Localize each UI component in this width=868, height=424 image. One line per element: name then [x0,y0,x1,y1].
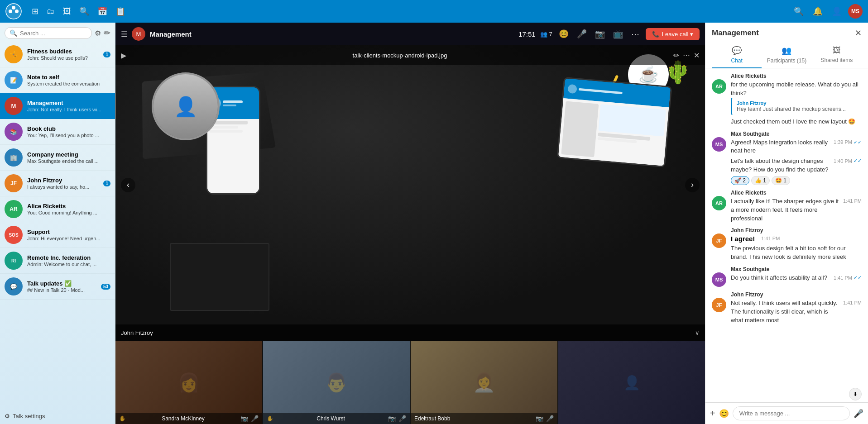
hamburger-icon[interactable]: ☰ [121,30,127,38]
speaker-mic-icon-chris[interactable]: 🎤 [398,415,406,422]
msg-row-alice-2: I actually like it! The sharper edges gi… [731,197,862,223]
speaker-name-chris: Chris Wurst [317,415,345,422]
reaction-starstruck[interactable]: 🤩 1 [772,176,790,185]
active-speaker-name: John Fitzroy [121,329,153,336]
leave-call-label: Leave call ▾ [662,31,693,38]
tab-participants[interactable]: 👥 Participants (15) [762,42,811,68]
empty-tile-icon: 👤 [623,375,640,391]
speaker-hand-icon-chris: ✋ [267,415,273,422]
top-nav-icons: ⊞ 🗂 🖼 🔍 📅 📋 [29,4,791,19]
msg-row-max-3: Do you think it affects usability at all… [731,274,862,282]
tablet-mockup [557,77,672,167]
conv-avatar-john: JF [5,174,23,192]
msg-row-max-2: Let's talk about the design changes mayb… [731,157,862,174]
chat-messages: AR Alice Ricketts for the upcoming mobil… [705,68,868,388]
checkmark-icon: ✓✓ [854,139,862,145]
voice-message-icon[interactable]: 🎤 [854,409,863,419]
msg-text-john-3: Not really. I think users will adapt qui… [731,299,840,325]
photos-icon[interactable]: 🖼 [60,4,74,19]
chat-input-area: + 😊 🎤 [705,402,868,424]
contacts-icon[interactable]: 👤 [829,4,844,19]
conversation-item-talk-updates[interactable]: 💬 Talk updates ✅ ## New in Talk 20 - Mod… [0,274,115,300]
msg-text-john-2: The previous design felt a bit too soft … [731,244,862,262]
search-global-icon[interactable]: 🔍 [791,4,806,19]
msg-time-max-2: 1:40 PM ✓✓ [834,158,862,164]
top-navigation: ⊞ 🗂 🖼 🔍 📅 📋 🔍 🔔 👤 MS [0,0,868,23]
dashboard-icon[interactable]: ⊞ [29,4,41,19]
checkmark-icon-2: ✓✓ [854,158,862,164]
conv-preview-support: John: Hi everyone! Need urgen... [27,236,110,241]
speaker-camera-icon-chris[interactable]: 📷 [388,415,396,422]
conv-preview-management: John: Not really. I think users wi... [27,107,110,112]
msg-row-john-3: Not really. I think users will adapt qui… [731,299,862,325]
app-logo[interactable] [5,3,22,19]
conv-name-company: Company meeting [27,151,110,158]
conversation-item-management[interactable]: M Management John: Not really. I think u… [0,93,115,119]
notifications-icon[interactable]: 🔔 [810,4,825,19]
msg-sender-alice-1: Alice Ricketts [731,73,862,79]
conv-preview-alice: You: Good morning! Anything ... [27,210,110,215]
speaker-camera-icon-edeltraut[interactable]: 📷 [536,415,543,422]
top-nav-right: 🔍 🔔 👤 MS [791,4,863,19]
conversation-item-john-fitzroy[interactable]: JF John Fitzroy I always wanted to say, … [0,171,115,196]
microphone-icon[interactable]: 🎤 [575,27,589,41]
conv-avatar-book-club: 📚 [5,123,23,141]
close-preview-icon[interactable]: ✕ [694,51,700,60]
conversation-item-note-self[interactable]: 📝 Note to self System created the conver… [0,67,115,93]
filter-icon[interactable]: ⚙ [95,29,101,38]
edit-preview-icon[interactable]: ✏ [673,51,679,60]
conversation-item-fitness-buddies[interactable]: 🤸 Fitness buddies John: Should we use po… [0,42,115,67]
tab-chat[interactable]: 💬 Chat [712,42,762,68]
speaker-mic-icon-edeltraut[interactable]: 🎤 [546,415,554,422]
conversation-item-support[interactable]: SOS Support John: Hi everyone! Need urge… [0,222,115,248]
leave-call-button[interactable]: 📞 Leave call ▾ [646,28,700,40]
scroll-down-button[interactable]: ⬇ [849,388,862,400]
empty-tile-bg: 👤 [558,341,705,424]
speaker-mic-icon-sandra[interactable]: 🎤 [251,415,259,422]
participants-tab-label: Participants (15) [767,57,806,64]
conv-info-company: Company meeting Max Southgate ended the … [27,151,110,164]
search-input[interactable] [20,30,87,37]
message-input[interactable] [733,406,850,420]
emoji-input-icon[interactable]: 😊 [719,409,729,419]
tab-shared-items[interactable]: 🖼 Shared items [812,42,862,68]
msg-content-john-2: John Fitzroy Not really. I think users w… [731,291,862,325]
conversation-item-company-meeting[interactable]: 🏢 Company meeting Max Southgate ended th… [0,145,115,171]
screen-share-icon[interactable]: 📺 [611,27,625,41]
conversation-item-remote-inc[interactable]: RI Remote Inc. federation Admin: Welcome… [0,248,115,274]
next-image-button[interactable]: › [685,178,700,192]
reaction-thumbsup[interactable]: 👍 1 [751,176,770,185]
emoji-picker-icon[interactable]: 😊 [557,27,571,41]
new-chat-icon[interactable]: ✏ [104,28,110,38]
conversation-item-book-club[interactable]: 📚 Book club You: Yep, I'll send you a ph… [0,119,115,145]
search-box[interactable]: 🔍 [5,27,92,39]
calendar-icon[interactable]: 📅 [95,4,110,19]
notes-icon[interactable]: 📋 [113,4,128,19]
msg-bold-john-1: I agree! [731,235,755,243]
speaker-camera-icon-sandra[interactable]: 📷 [240,415,248,422]
conv-info-talk-updates: Talk updates ✅ ## New in Talk 20 - Mod..… [27,280,96,293]
right-panel: Management ✕ 💬 Chat 👥 Participants (15) … [705,23,868,424]
talk-settings-button[interactable]: ⚙ Talk settings [0,408,115,424]
msg-text-max-1: Agreed! Maps integration looks really ne… [731,138,831,156]
conv-info-book-club: Book club You: Yep, I'll send you a phot… [27,125,110,138]
quoted-text-1: Hey team! Just shared the mockup screens… [737,106,857,112]
files-icon[interactable]: 🗂 [44,4,58,19]
avatar-max-1: MS [712,137,726,152]
active-speaker-label: John Fitzroy ∨ [115,324,705,341]
conversation-item-alice-ricketts[interactable]: AR Alice Ricketts You: Good morning! Any… [0,196,115,222]
user-avatar[interactable]: MS [848,4,863,19]
preview-more-icon[interactable]: ⋯ [683,51,690,60]
collapse-speakers-icon[interactable]: ∨ [695,329,700,336]
image-preview-area: ▶ talk-clients-mockup-android-ipad.jpg ✏… [115,45,705,324]
close-panel-icon[interactable]: ✕ [855,28,862,38]
prev-image-button[interactable]: ‹ [121,178,135,192]
conv-info-management: Management John: Not really. I think use… [27,100,110,112]
more-options-icon[interactable]: ⋯ [629,27,641,41]
phone-leave-icon: 📞 [652,31,659,38]
preview-play-icon[interactable]: ▶ [121,51,126,60]
attach-file-icon[interactable]: + [710,408,715,419]
reaction-rocket[interactable]: 🚀 2 [731,176,749,185]
camera-icon[interactable]: 📷 [593,27,607,41]
magnify-icon[interactable]: 🔍 [77,4,92,19]
